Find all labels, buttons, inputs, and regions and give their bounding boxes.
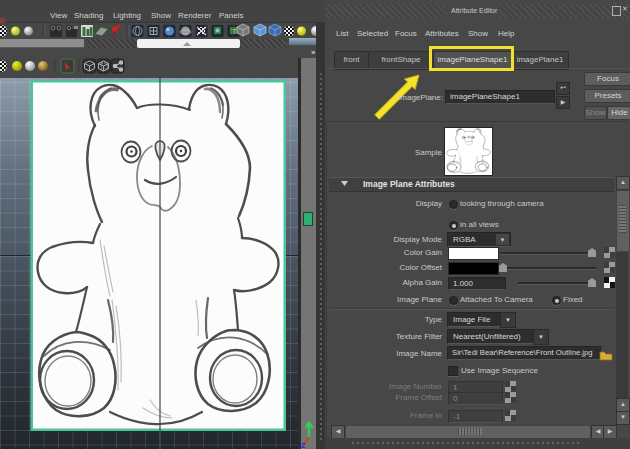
svg-text:T: T — [232, 28, 237, 35]
svg-text:z: z — [301, 440, 306, 449]
